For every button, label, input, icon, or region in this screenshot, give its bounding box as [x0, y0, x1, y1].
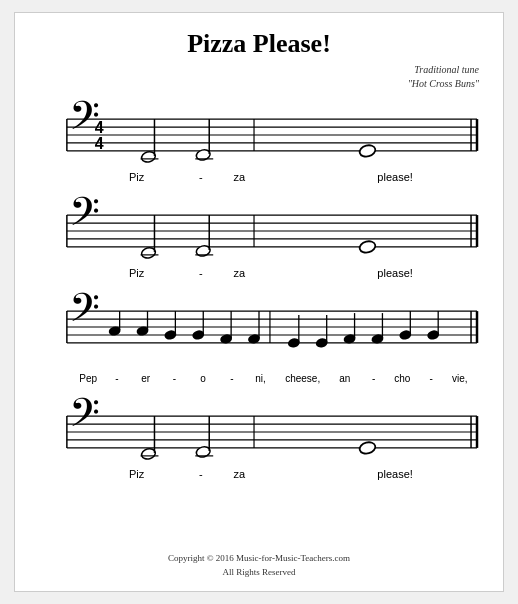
subtitle: Traditional tune "Hot Cross Buns"	[39, 63, 479, 91]
staff-section-2: 𝄢 Piz - za please!	[39, 195, 479, 283]
staff-section-1: 𝄢 4 4 Piz - za please!	[39, 99, 479, 187]
lyrics-row-1: Piz - za please!	[39, 171, 479, 183]
page-title: Pizza Please!	[39, 29, 479, 59]
svg-text:4: 4	[95, 119, 104, 136]
lyrics-row-2: Piz - za please!	[39, 267, 479, 279]
svg-text:4: 4	[95, 135, 104, 152]
staff-section-3: 𝄢	[39, 291, 479, 388]
svg-text:𝄢: 𝄢	[69, 195, 100, 243]
svg-text:𝄢: 𝄢	[69, 396, 100, 444]
svg-text:𝄢: 𝄢	[69, 291, 100, 339]
footer: Copyright © 2016 Music-for-Music-Teacher…	[168, 552, 350, 579]
staff-svg-1: 𝄢 4 4	[39, 99, 479, 169]
svg-point-86	[358, 441, 376, 456]
staff-svg-2: 𝄢	[39, 195, 479, 265]
lyrics-row-4: Piz - za please!	[39, 468, 479, 480]
lyrics-row-3: Pep - er - o - ni, cheese, an - cho - vi…	[39, 373, 479, 384]
sheet-music-page: Pizza Please! Traditional tune "Hot Cros…	[14, 12, 504, 592]
staff-section-4: 𝄢 Piz - za please!	[39, 396, 479, 484]
staff-svg-4: 𝄢	[39, 396, 479, 466]
svg-point-18	[358, 144, 376, 159]
svg-point-35	[358, 240, 376, 255]
staff-svg-3: 𝄢	[39, 291, 479, 371]
